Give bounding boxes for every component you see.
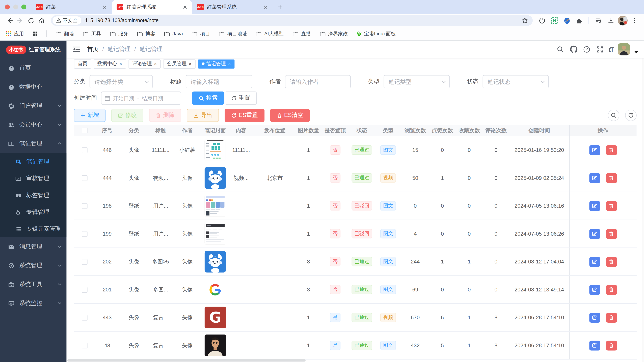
close-icon[interactable]: ×	[154, 61, 157, 66]
browser-tab-1[interactable]: 小红书红薯管理系统	[112, 0, 192, 14]
sidebar-item-门户管理[interactable]: 门户管理	[0, 96, 66, 115]
row-checkbox[interactable]	[82, 147, 88, 153]
edit-button[interactable]	[589, 229, 600, 239]
reload-button[interactable]	[26, 15, 36, 26]
row-checkbox[interactable]	[82, 315, 88, 320]
edit-button[interactable]	[589, 340, 600, 350]
sidebar-item-系统工具[interactable]: 系统工具	[0, 275, 66, 294]
sidebar-item-系统管理[interactable]: 系统管理	[0, 256, 66, 275]
search-button[interactable]: 搜索	[192, 91, 224, 105]
status-filter-input[interactable]	[483, 78, 548, 85]
delete-button[interactable]	[606, 313, 617, 323]
tag-评论管理[interactable]: 评论管理×	[128, 59, 161, 68]
date-start-input[interactable]	[112, 95, 136, 101]
delete-button[interactable]	[606, 257, 617, 267]
row-checkbox[interactable]	[82, 175, 88, 181]
address-bar[interactable]: 不安全 115.190.73.103/admin/note/note	[51, 15, 533, 26]
bookmark-item-服务[interactable]: 服务	[110, 30, 128, 37]
sidebar-item-笔记管理[interactable]: 笔记管理	[0, 134, 66, 153]
bookmark-item-工具[interactable]: 工具	[82, 30, 101, 37]
bookmark-item-grid[interactable]	[32, 31, 38, 36]
bookmark-item-直播[interactable]: 直播	[292, 30, 311, 37]
browser-profile-avatar[interactable]	[618, 15, 628, 25]
row-checkbox[interactable]	[82, 287, 88, 293]
date-range-picker[interactable]: -	[101, 91, 181, 105]
downloads-icon[interactable]	[606, 15, 616, 26]
delete-button[interactable]	[606, 173, 617, 183]
category-filter-select[interactable]	[90, 75, 153, 88]
edit-button[interactable]	[589, 257, 600, 267]
sidebar-item-首页[interactable]: 首页	[0, 59, 66, 78]
tab-close-icon[interactable]	[262, 4, 268, 10]
media-queue-icon[interactable]	[593, 15, 604, 26]
back-button[interactable]	[4, 15, 15, 26]
edit-button[interactable]	[589, 285, 600, 295]
delete-button[interactable]	[606, 340, 617, 350]
delete-button-toolbar[interactable]: 删除	[149, 109, 181, 122]
breadcrumb-home[interactable]: 首页	[87, 45, 98, 53]
sidebar-item-数据中心[interactable]: 数据中心	[0, 78, 66, 96]
close-icon[interactable]: ×	[189, 61, 192, 66]
power-extension-icon[interactable]	[537, 15, 548, 26]
delete-button[interactable]	[606, 285, 617, 295]
tab-close-icon[interactable]	[182, 4, 188, 10]
browser-tab-2[interactable]: 小红书红薯管理系统	[192, 0, 273, 14]
sidebar-subitem-专辑元素管理[interactable]: 专辑元素管理	[0, 220, 66, 237]
sidebar-subitem-笔记管理[interactable]: 笔记管理	[0, 153, 66, 170]
delete-button[interactable]	[606, 201, 617, 211]
close-icon[interactable]: ×	[119, 61, 122, 66]
author-filter-input[interactable]	[286, 78, 350, 85]
tag-笔记管理[interactable]: 笔记管理×	[198, 59, 234, 68]
user-avatar[interactable]	[618, 43, 630, 55]
select-all-checkbox[interactable]	[82, 127, 88, 133]
row-checkbox[interactable]	[82, 259, 88, 265]
delete-button[interactable]	[606, 229, 617, 239]
close-icon[interactable]: ×	[228, 61, 231, 66]
font-size-icon[interactable]: tT	[608, 46, 614, 53]
bookmark-item-净界家政[interactable]: 净界家政	[320, 30, 348, 37]
type-filter-select[interactable]	[384, 75, 450, 88]
browser-menu-icon[interactable]	[629, 15, 640, 26]
sidebar-item-系统监控[interactable]: 系统监控	[0, 294, 66, 313]
export-button[interactable]: 导出	[187, 109, 219, 122]
sidebar-toggle-icon[interactable]	[72, 45, 80, 53]
sidebar-subitem-标签管理[interactable]: 标签管理	[0, 187, 66, 203]
bookmark-item-项目地址[interactable]: 项目地址	[219, 30, 247, 37]
row-checkbox[interactable]	[82, 203, 88, 209]
edit-button-toolbar[interactable]: 修改	[111, 109, 144, 122]
show-search-toggle-button[interactable]	[608, 110, 619, 121]
bookmark-star-icon[interactable]	[520, 15, 530, 26]
reset-button[interactable]: 重置	[225, 91, 257, 105]
sidebar-subitem-专辑管理[interactable]: 专辑管理	[0, 204, 66, 220]
title-filter-input[interactable]	[186, 78, 252, 85]
header-search-icon[interactable]	[556, 45, 565, 54]
sidebar-subitem-审核管理[interactable]: 审核管理	[0, 170, 66, 187]
status-filter-select[interactable]	[483, 75, 549, 88]
add-button[interactable]: 新增	[74, 109, 106, 122]
github-icon[interactable]	[569, 45, 578, 54]
bookmark-item-Java[interactable]: Java	[164, 31, 183, 36]
fullscreen-icon[interactable]	[596, 45, 604, 54]
tab-close-icon[interactable]	[101, 4, 108, 10]
type-filter-input[interactable]	[384, 78, 449, 85]
window-minimize-button[interactable]	[13, 4, 18, 9]
horizontal-scrollbar[interactable]	[68, 359, 306, 362]
row-checkbox[interactable]	[82, 231, 88, 237]
sidebar-item-会员中心[interactable]: 会员中心	[0, 115, 66, 134]
refresh-table-button[interactable]	[625, 110, 636, 121]
forward-button[interactable]	[15, 15, 26, 26]
row-checkbox[interactable]	[82, 343, 88, 348]
bookmark-item-AI大模型[interactable]: AI大模型	[256, 30, 284, 37]
bookmark-item-应用[interactable]: 应用	[6, 30, 24, 37]
home-button[interactable]	[36, 15, 47, 26]
es-clear-button[interactable]: ES清空	[270, 109, 310, 122]
edit-button[interactable]	[589, 201, 600, 211]
bookmark-item-翻墙[interactable]: 翻墙	[56, 30, 74, 37]
tag-首页[interactable]: 首页	[74, 59, 91, 68]
edit-button[interactable]	[589, 313, 600, 323]
help-icon[interactable]	[582, 45, 591, 54]
user-menu-caret-icon[interactable]	[634, 51, 638, 53]
date-end-input[interactable]	[140, 95, 164, 101]
browser-tab-0[interactable]: 小红书红薯	[31, 0, 112, 14]
vertical-scrollbar[interactable]	[642, 40, 644, 362]
